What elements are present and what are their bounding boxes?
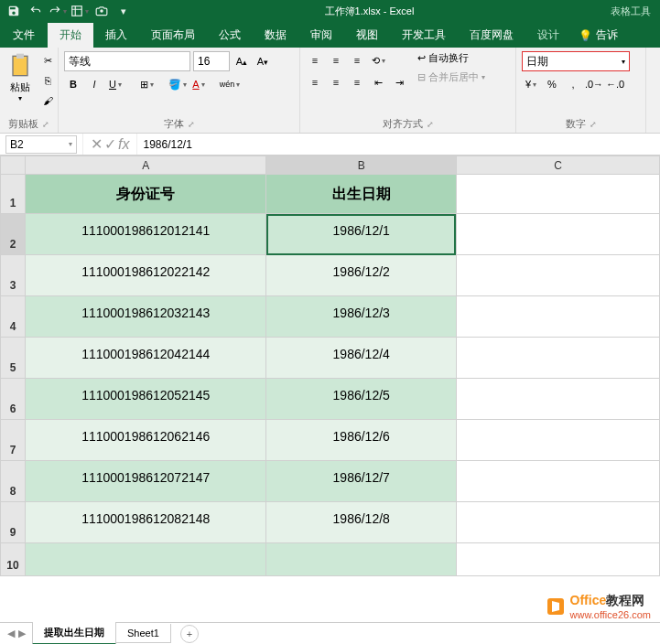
sheet-tab[interactable]: Sheet1 <box>115 624 171 643</box>
row-header[interactable]: 5 <box>1 338 26 379</box>
percent-icon[interactable]: % <box>543 75 561 93</box>
cell[interactable] <box>456 255 659 296</box>
table-header-dob[interactable]: 出生日期 <box>266 175 456 214</box>
cell[interactable] <box>456 543 659 576</box>
cell-dob[interactable]: 1986/12/4 <box>266 338 456 379</box>
row-header[interactable]: 9 <box>1 502 26 543</box>
cut-icon[interactable]: ✂ <box>38 51 57 70</box>
align-top-icon[interactable]: ≡ <box>306 51 324 70</box>
cell-dob[interactable]: 1986/12/3 <box>266 296 456 338</box>
tab-view[interactable]: 视图 <box>344 23 390 48</box>
cell-id[interactable]: 111000198612042144 <box>25 338 266 379</box>
align-center-icon[interactable]: ≡ <box>327 73 345 91</box>
cell-id[interactable]: 111000198612022142 <box>25 255 266 296</box>
table-header-id[interactable]: 身份证号 <box>25 175 266 214</box>
comma-icon[interactable]: , <box>564 75 582 93</box>
decrease-font-icon[interactable]: A▾ <box>254 52 272 70</box>
align-left-icon[interactable]: ≡ <box>306 73 324 91</box>
tab-review[interactable]: 审阅 <box>298 23 344 48</box>
number-format-dropdown[interactable]: 日期▾ <box>522 51 630 71</box>
decrease-decimal-icon[interactable]: ←.0 <box>606 75 624 93</box>
cell-dob[interactable]: 1986/12/8 <box>266 502 456 543</box>
border-icon[interactable]: ⊞ <box>137 75 156 93</box>
font-name-input[interactable] <box>64 51 190 71</box>
col-header-a[interactable]: A <box>25 156 266 175</box>
tab-page-layout[interactable]: 页面布局 <box>139 23 207 48</box>
tab-design[interactable]: 设计 <box>525 23 571 48</box>
fill-color-icon[interactable]: 🪣 <box>168 75 187 93</box>
italic-button[interactable]: I <box>85 75 103 93</box>
increase-font-icon[interactable]: A▴ <box>233 52 251 70</box>
align-right-icon[interactable]: ≡ <box>348 73 366 91</box>
cell[interactable] <box>266 543 456 576</box>
cell-dob-selected[interactable]: 1986/12/1 <box>266 214 456 255</box>
row-header[interactable]: 7 <box>1 420 26 461</box>
bold-button[interactable]: B <box>64 75 82 93</box>
indent-increase-icon[interactable]: ⇥ <box>390 73 408 91</box>
copy-icon[interactable]: ⎘ <box>38 71 57 90</box>
format-painter-icon[interactable]: 🖌 <box>38 91 57 110</box>
qat-more-icon[interactable]: ▾ <box>114 2 134 20</box>
tell-me[interactable]: 💡告诉 <box>571 23 625 48</box>
accept-icon[interactable]: ✓ <box>104 135 116 153</box>
cell[interactable] <box>456 214 659 255</box>
tab-baidu[interactable]: 百度网盘 <box>458 23 525 48</box>
select-all-corner[interactable] <box>1 156 26 175</box>
sheet-nav-next-icon[interactable]: ▶ <box>18 628 26 639</box>
row-header[interactable]: 6 <box>1 379 26 420</box>
cell-dob[interactable]: 1986/12/6 <box>266 420 456 461</box>
fx-icon[interactable]: fx <box>118 136 129 153</box>
row-header[interactable]: 1 <box>1 175 26 214</box>
wrap-text-button[interactable]: ↩自动换行 <box>417 51 485 65</box>
cell-id[interactable]: 111000198612032143 <box>25 296 266 338</box>
name-box[interactable]: B2▾ <box>5 135 77 154</box>
tab-formulas[interactable]: 公式 <box>207 23 253 48</box>
formula-input[interactable]: 1986/12/1 <box>137 134 660 155</box>
cell[interactable] <box>456 379 659 420</box>
undo-icon[interactable] <box>26 2 46 20</box>
row-header[interactable]: 8 <box>1 461 26 502</box>
cell-id[interactable]: 111000198612082148 <box>25 502 266 543</box>
expand-icon[interactable]: ⤢ <box>188 120 195 129</box>
cell[interactable] <box>456 420 659 461</box>
cell[interactable] <box>456 461 659 502</box>
sheet-tab-active[interactable]: 提取出生日期 <box>32 622 116 644</box>
expand-icon[interactable]: ⤢ <box>42 120 49 129</box>
cell[interactable] <box>456 175 659 214</box>
cell-dob[interactable]: 1986/12/2 <box>266 255 456 296</box>
cell-dob[interactable]: 1986/12/5 <box>266 379 456 420</box>
cell-id[interactable]: 111000198612012141 <box>25 214 266 255</box>
indent-decrease-icon[interactable]: ⇤ <box>369 73 387 91</box>
cell[interactable] <box>456 296 659 338</box>
cancel-icon[interactable]: ✕ <box>91 135 103 153</box>
cell[interactable] <box>456 338 659 379</box>
font-color-icon[interactable]: A <box>189 75 208 93</box>
paste-button[interactable]: 粘贴 ▾ <box>5 51 35 102</box>
sheet-nav-prev-icon[interactable]: ◀ <box>7 628 15 639</box>
increase-decimal-icon[interactable]: .0→ <box>585 75 603 93</box>
align-middle-icon[interactable]: ≡ <box>327 51 345 70</box>
tab-insert[interactable]: 插入 <box>93 23 139 48</box>
cell-id[interactable]: 111000198612052145 <box>25 379 266 420</box>
cell[interactable] <box>25 543 266 576</box>
row-header[interactable]: 10 <box>1 543 26 576</box>
tab-home[interactable]: 开始 <box>48 23 93 48</box>
camera-icon[interactable] <box>92 2 112 20</box>
row-header[interactable]: 4 <box>1 296 26 338</box>
merge-button[interactable]: ⊟合并后居中▾ <box>417 70 485 84</box>
tab-data[interactable]: 数据 <box>253 23 298 48</box>
tab-dev[interactable]: 开发工具 <box>390 23 458 48</box>
currency-icon[interactable]: ¥ <box>522 75 540 93</box>
cell-id[interactable]: 111000198612072147 <box>25 461 266 502</box>
add-sheet-button[interactable]: + <box>180 625 199 643</box>
table-icon[interactable] <box>70 2 90 20</box>
row-header[interactable]: 2 <box>1 214 26 255</box>
orientation-icon[interactable]: ⟲ <box>369 51 387 70</box>
cell-id[interactable]: 111000198612062146 <box>25 420 266 461</box>
row-header[interactable]: 3 <box>1 255 26 296</box>
expand-icon[interactable]: ⤢ <box>427 120 434 129</box>
font-size-input[interactable] <box>193 51 230 71</box>
expand-icon[interactable]: ⤢ <box>590 120 597 129</box>
phonetic-icon[interactable]: wén <box>221 75 239 93</box>
redo-icon[interactable] <box>48 2 68 20</box>
